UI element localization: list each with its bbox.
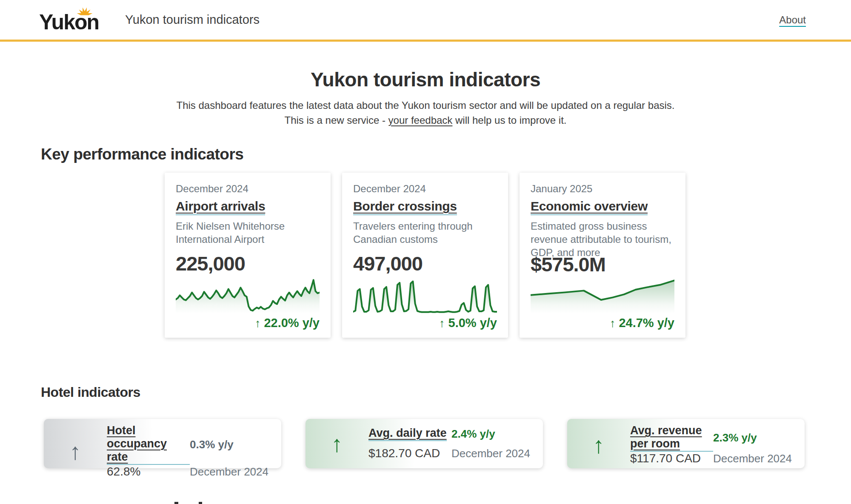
hotel-card-occupancy: ↑ Hotel occupancy rate 0.3% y/y 62.8% De… — [44, 419, 281, 468]
hotel-value: 62.8% — [107, 465, 190, 478]
kpi-change: ↑24.7% y/y — [531, 316, 674, 330]
kpi-card-row: December 2024 Airport arrivals Erik Niel… — [165, 173, 686, 338]
kpi-title-link[interactable]: Economic overview — [531, 199, 648, 215]
up-arrow-icon: ↑ — [610, 317, 616, 330]
next-heading-fragment — [199, 502, 202, 504]
kpi-description: Erik Nielsen Whitehorse International Ai… — [176, 219, 320, 246]
page-description: This dashboard features the latest data … — [0, 98, 851, 128]
kpi-description: Travelers entering through Canadian cust… — [353, 219, 497, 246]
description-line2-suffix: will help us to improve it. — [452, 114, 566, 126]
hotel-title-link[interactable]: Hotel occupancy rate — [107, 424, 190, 465]
hotel-period: December 2024 — [451, 447, 530, 460]
page-title: Yukon tourism indicators — [0, 68, 851, 91]
sparkline-chart-airport — [176, 279, 320, 313]
hotel-card-revenue-per-room: ↑ Avg. revenue per room 2.3% y/y $117.70… — [567, 419, 805, 468]
hotel-title-link[interactable]: Avg. daily rate — [368, 427, 447, 441]
kpi-period: December 2024 — [353, 183, 497, 195]
hotel-title-link[interactable]: Avg. revenue per room — [630, 424, 713, 452]
kpi-title-link[interactable]: Border crossings — [353, 199, 457, 215]
up-arrow-icon: ↑ — [439, 317, 445, 330]
yukon-logo[interactable]: Yukon — [39, 7, 99, 33]
description-line2-prefix: This is a new service - — [285, 114, 388, 126]
trend-up-arrow-icon: ↑ — [70, 440, 81, 463]
hotel-period: December 2024 — [190, 465, 268, 478]
sparkline-chart-border — [353, 279, 497, 313]
up-arrow-icon: ↑ — [255, 317, 261, 330]
hotel-change: 0.3% y/y — [190, 438, 268, 451]
kpi-change-value: 22.0% y/y — [264, 316, 320, 330]
kpi-change: ↑22.0% y/y — [176, 316, 320, 330]
kpi-value: 225,000 — [176, 252, 320, 275]
hotel-change: 2.3% y/y — [713, 431, 792, 444]
kpi-card-economic-overview: January 2025 Economic overview Estimated… — [520, 173, 685, 338]
intro-section: Yukon tourism indicators This dashboard … — [0, 42, 851, 128]
kpi-title-link[interactable]: Airport arrivals — [176, 199, 265, 215]
kpi-description: Estimated gross business revenue attribu… — [531, 219, 674, 247]
kpi-card-border-crossings: December 2024 Border crossings Travelers… — [342, 173, 508, 338]
trend-up-arrow-icon: ↑ — [331, 432, 343, 455]
next-heading-fragment — [174, 502, 178, 504]
kpi-change-value: 5.0% y/y — [448, 316, 497, 330]
site-header: Yukon Yukon tourism indicators About — [0, 0, 851, 42]
kpi-value: 497,000 — [353, 252, 497, 275]
description-line1: This dashboard features the latest data … — [177, 100, 675, 111]
kpi-change: ↑5.0% y/y — [353, 316, 497, 330]
kpi-value: $575.0M — [531, 253, 674, 276]
hotel-period: December 2024 — [713, 452, 792, 465]
kpi-period: December 2024 — [176, 183, 320, 195]
sunburst-icon — [76, 3, 94, 16]
site-title: Yukon tourism indicators — [125, 13, 260, 27]
kpi-period: January 2025 — [531, 183, 674, 195]
hotel-value: $117.70 CAD — [630, 452, 713, 465]
kpi-card-airport-arrivals: December 2024 Airport arrivals Erik Niel… — [165, 173, 331, 338]
feedback-link[interactable]: your feedback — [388, 114, 453, 126]
section-heading-kpi: Key performance indicators — [41, 145, 851, 163]
about-link[interactable]: About — [779, 14, 806, 26]
hotel-card-row: ↑ Hotel occupancy rate 0.3% y/y 62.8% De… — [44, 419, 807, 468]
kpi-change-value: 24.7% y/y — [619, 316, 674, 330]
section-heading-hotel: Hotel indicators — [41, 384, 851, 400]
sparkline-chart-economic — [531, 279, 674, 313]
trend-up-arrow-icon: ↑ — [593, 433, 605, 456]
hotel-card-daily-rate: ↑ Avg. daily rate 2.4% y/y $182.70 CAD D… — [306, 419, 543, 468]
hotel-change: 2.4% y/y — [451, 427, 530, 441]
hotel-value: $182.70 CAD — [368, 447, 451, 460]
